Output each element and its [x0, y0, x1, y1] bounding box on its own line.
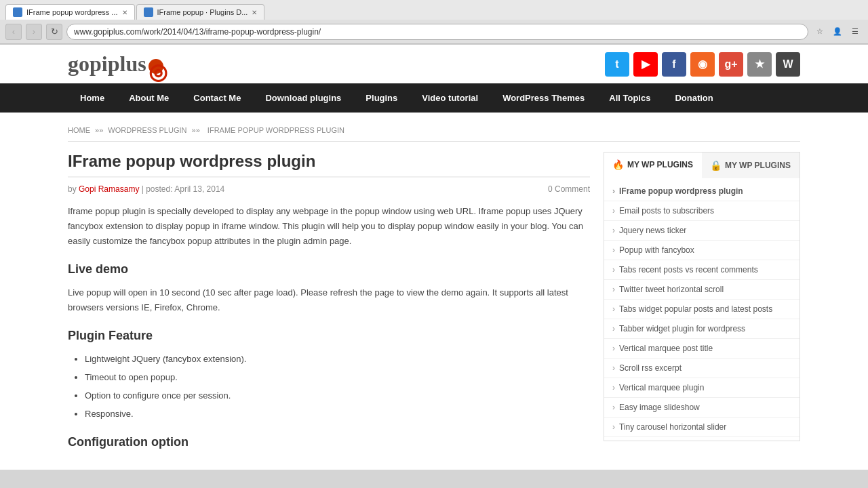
article-comments: 0 Comment — [548, 184, 590, 194]
sidebar-list: IFrame popup wordpress plugin Email post… — [604, 178, 800, 441]
breadcrumb-sep-1: »» — [95, 126, 105, 134]
sidebar-plugin-2[interactable]: Jquery news ticker — [604, 221, 800, 241]
sidebar-tab-2-label: MY WP PLUGINS — [725, 161, 791, 170]
breadcrumb-wp-plugin[interactable]: WORDPRESS PLUGIN — [108, 126, 186, 134]
sidebar-plugin-11[interactable]: Easy image slideshow — [604, 398, 800, 418]
main-content: IFrame popup wordpress plugin by Gopi Ra… — [68, 152, 590, 463]
sidebar-plugin-4[interactable]: Tabs recent posts vs recent comments — [604, 260, 800, 280]
browser-tab-2[interactable]: IFrame popup · Plugins D... ✕ — [136, 4, 265, 20]
feature-list: Lightweight JQuery (fancybox extension).… — [68, 352, 590, 422]
tab-favicon-2 — [144, 7, 153, 17]
plugin-feature-title: Plugin Feature — [68, 325, 590, 346]
refresh-button[interactable]: ↻ — [46, 24, 62, 40]
rss-icon[interactable]: ◉ — [690, 52, 715, 77]
article-body: Iframe popup plugin is specially develop… — [68, 204, 590, 453]
nav-home[interactable]: Home — [68, 83, 117, 113]
sidebar-plugin-10[interactable]: Vertical marquee plugin — [604, 378, 800, 398]
main-nav: Home About Me Contact Me Download plugin… — [0, 83, 868, 113]
feature-item-4: Responsive. — [85, 407, 590, 422]
main-layout: IFrame popup wordpress plugin by Gopi Ra… — [68, 152, 800, 463]
browser-chrome: IFrame popup wordpress ... ✕ IFrame popu… — [0, 0, 868, 45]
sidebar-plugin-5[interactable]: Twitter tweet horizontal scroll — [604, 280, 800, 300]
sidebar-widget-header: 🔥 MY WP PLUGINS 🔒 MY WP PLUGINS — [604, 152, 800, 178]
tab-close-1[interactable]: ✕ — [122, 9, 127, 16]
article-intro: Iframe popup plugin is specially develop… — [68, 204, 590, 249]
tab-label-1: IFrame popup wordpress ... — [26, 8, 118, 16]
sidebar-plugin-9[interactable]: Scroll rss excerpt — [604, 359, 800, 378]
feature-item-1: Lightweight JQuery (fancybox extension). — [85, 352, 590, 367]
back-button[interactable]: ‹ — [5, 24, 22, 40]
forward-button[interactable]: › — [26, 24, 42, 40]
site-header: gopiplus◎ t ▶ f ◉ g+ ★ W — [0, 45, 868, 83]
sidebar-widget: 🔥 MY WP PLUGINS 🔒 MY WP PLUGINS IFrame p… — [604, 152, 800, 441]
fire-icon: 🔥 — [612, 159, 624, 170]
website-wrapper: gopiplus◎ t ▶ f ◉ g+ ★ W Home About Me C… — [0, 45, 868, 470]
tab-close-2[interactable]: ✕ — [252, 9, 257, 16]
nav-video[interactable]: Video tutorial — [410, 83, 490, 113]
sidebar: 🔥 MY WP PLUGINS 🔒 MY WP PLUGINS IFrame p… — [604, 152, 800, 463]
browser-actions: ☆ 👤 ☰ — [812, 24, 863, 39]
address-bar[interactable] — [66, 24, 808, 40]
wordpress-icon[interactable]: W — [776, 52, 800, 77]
feature-item-3: Option to configure once per session. — [85, 388, 590, 403]
nav-download[interactable]: Download plugins — [253, 83, 353, 113]
article-meta: by Gopi Ramasamy | posted: April 13, 201… — [68, 184, 590, 194]
tab-favicon-1 — [13, 7, 22, 17]
article-title: IFrame popup wordpress plugin — [68, 152, 590, 178]
feature-item-2: Timeout to open popup. — [85, 370, 590, 385]
nav-about[interactable]: About Me — [117, 83, 181, 113]
facebook-icon[interactable]: f — [662, 52, 686, 77]
sidebar-plugin-1[interactable]: Email posts to subscribers — [604, 201, 800, 221]
breadcrumb-home[interactable]: HOME — [68, 126, 90, 134]
sidebar-plugin-6[interactable]: Tabs widget popular posts and latest pos… — [604, 300, 800, 319]
nav-topics[interactable]: All Topics — [597, 83, 663, 113]
breadcrumb-sep-2: »» — [192, 126, 202, 134]
sidebar-tab-1-label: MY WP PLUGINS — [627, 160, 693, 169]
star-button[interactable]: ☆ — [812, 24, 827, 39]
breadcrumb: HOME »» WORDPRESS PLUGIN »» IFRAME POPUP… — [68, 119, 800, 142]
extra-icon[interactable]: ★ — [747, 52, 772, 77]
sidebar-plugin-12[interactable]: Tiny carousel horizontal slider — [604, 418, 800, 437]
twitter-icon[interactable]: t — [605, 52, 629, 77]
sidebar-plugin-8[interactable]: Vertical marquee post title — [604, 339, 800, 359]
user-button[interactable]: 👤 — [830, 24, 845, 39]
menu-button[interactable]: ☰ — [848, 24, 863, 39]
googleplus-icon[interactable]: g+ — [719, 52, 743, 77]
nav-themes[interactable]: WordPress Themes — [490, 83, 597, 113]
nav-contact[interactable]: Contact Me — [181, 83, 253, 113]
browser-tab-1[interactable]: IFrame popup wordpress ... ✕ — [5, 4, 135, 20]
tab-row: IFrame popup wordpress ... ✕ IFrame popu… — [0, 0, 868, 20]
youtube-icon[interactable]: ▶ — [633, 52, 658, 77]
lock-icon: 🔒 — [710, 160, 722, 171]
live-demo-content: Live popup will open in 10 second (10 se… — [68, 285, 590, 315]
sidebar-plugin-3[interactable]: Popup with fancybox — [604, 241, 800, 260]
nav-donation[interactable]: Donation — [663, 83, 725, 113]
social-icons: t ▶ f ◉ g+ ★ W — [605, 52, 800, 77]
content-area: HOME »» WORDPRESS PLUGIN »» IFRAME POPUP… — [0, 113, 868, 470]
sidebar-tab-2[interactable]: 🔒 MY WP PLUGINS — [702, 152, 800, 178]
tab-label-2: IFrame popup · Plugins D... — [157, 8, 248, 16]
breadcrumb-current: IFRAME POPUP WORDPRESS PLUGIN — [208, 126, 344, 134]
site-logo: gopiplus◎ — [68, 52, 163, 77]
nav-plugins[interactable]: Plugins — [353, 83, 410, 113]
config-title: Configuration option — [68, 432, 590, 453]
sidebar-plugin-7[interactable]: Tabber widget plugin for wordpress — [604, 319, 800, 339]
logo-icon: ◎ — [149, 59, 163, 74]
sidebar-plugin-0[interactable]: IFrame popup wordpress plugin — [604, 182, 800, 201]
live-demo-title: Live demo — [68, 259, 590, 280]
sidebar-tab-1[interactable]: 🔥 MY WP PLUGINS — [604, 152, 702, 178]
article-byline: by Gopi Ramasamy | posted: April 13, 201… — [68, 184, 224, 194]
author-link[interactable]: Gopi Ramasamy — [79, 184, 139, 194]
browser-toolbar: ‹ › ↻ ☆ 👤 ☰ — [0, 20, 868, 44]
